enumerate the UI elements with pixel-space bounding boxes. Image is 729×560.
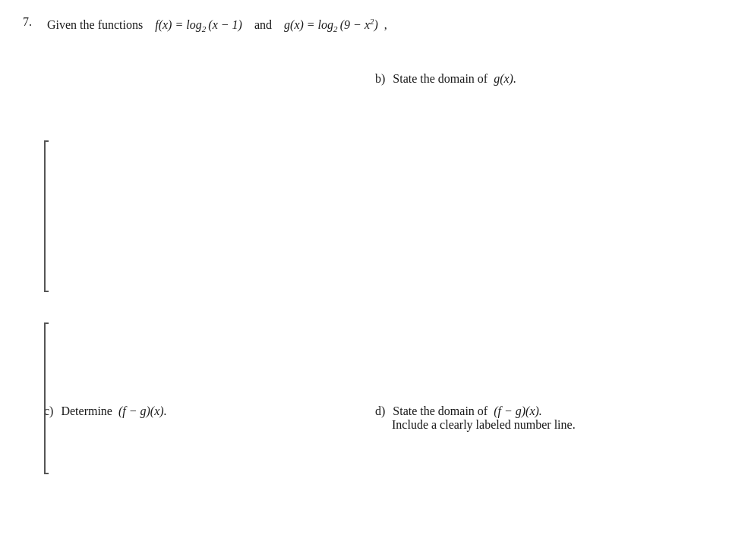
question-header: 7. Given the functions f(x) = log2 (x − … xyxy=(23,15,706,36)
top-row: b) State the domain of g(x). xyxy=(44,42,706,86)
part-c: c) Determine (f − g)(x). xyxy=(44,404,375,418)
page: 7. Given the functions f(x) = log2 (x − … xyxy=(0,0,729,560)
part-c-text: Determine (f − g)(x). xyxy=(61,404,166,417)
part-b-text: State the domain of g(x). xyxy=(393,72,516,85)
f-math: f(x) = log2 (x − 1) xyxy=(155,18,242,31)
intro-text: Given the functions xyxy=(47,18,143,31)
g-def: g(x) = log2 (9 − x2) xyxy=(284,18,381,31)
part-b-label: b) xyxy=(375,72,385,85)
part-d-func: (f − g)(x). xyxy=(494,404,542,417)
part-d: d) State the domain of (f − g)(x). Inclu… xyxy=(375,404,706,432)
part-b: b) State the domain of g(x). xyxy=(375,42,706,86)
and-text: and xyxy=(254,18,272,31)
f-def: f(x) = log2 (x − 1) xyxy=(155,18,245,31)
left-bracket-1 xyxy=(44,140,49,292)
content-area: b) State the domain of g(x). c) Determin… xyxy=(44,42,706,432)
g-math: g(x) = log2 (9 − x2) xyxy=(284,18,378,31)
part-b-func: g(x). xyxy=(494,72,516,85)
question-number: 7. xyxy=(23,15,41,29)
bottom-row: c) Determine (f − g)(x). d) State the do… xyxy=(44,404,706,432)
part-d-extra: Include a clearly labeled number line. xyxy=(392,418,576,431)
part-c-func: (f − g)(x). xyxy=(118,404,167,417)
left-bracket-2 xyxy=(44,322,49,474)
part-d-label: d) xyxy=(375,404,385,417)
question-text: Given the functions f(x) = log2 (x − 1) … xyxy=(47,15,387,36)
part-d-text: State the domain of (f − g)(x). xyxy=(393,404,542,417)
